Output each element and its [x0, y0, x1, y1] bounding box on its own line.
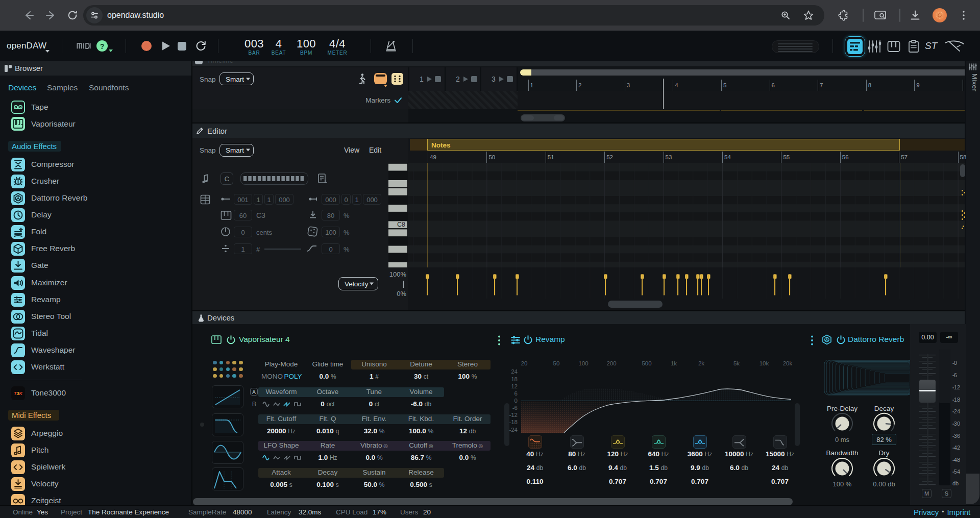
- svg-text:C8: C8: [397, 221, 405, 228]
